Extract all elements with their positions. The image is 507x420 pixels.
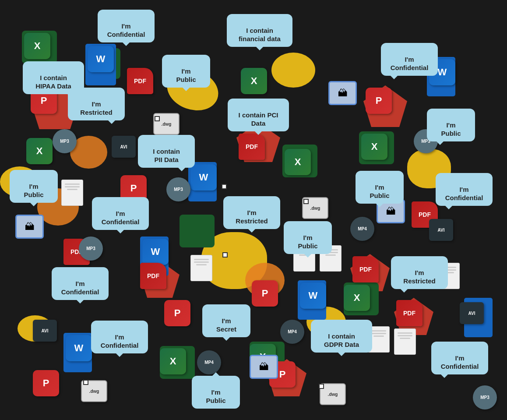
bubble-confidential-5: I'mConfidential	[52, 267, 109, 300]
mp4-icon-1: MP4	[350, 217, 374, 241]
excel-icon-5: X	[361, 134, 387, 160]
bubble-public-3: I'mPublic	[10, 170, 58, 203]
blob-yellow-2	[271, 53, 315, 88]
avi-icon-4: AVI	[460, 302, 484, 324]
bubble-confidential-2: I'mConfidential	[381, 43, 438, 76]
bubble-confidential-6: I'mConfidential	[91, 321, 148, 353]
bubble-public-2: I'mPublic	[427, 109, 475, 141]
pdf-icon-7: PDF	[396, 300, 422, 326]
excel-icon-2: X	[26, 138, 53, 164]
mp3-icon-2: MP3	[79, 236, 103, 261]
ppt-icon-4: P	[164, 300, 190, 326]
mp3-icon-5: MP3	[473, 385, 497, 409]
doc-icon-7	[190, 255, 212, 281]
bubble-public-4: I'mPublic	[356, 171, 404, 204]
avi-icon-1: AVI	[112, 136, 136, 158]
crosshair-3	[303, 199, 309, 204]
ppt-icon-3: P	[366, 88, 392, 114]
bubble-confidential-7: I'mConfidential	[431, 342, 488, 374]
bubble-restricted-1: I'mRestricted	[68, 88, 125, 120]
pdf-icon-6: PDF	[352, 256, 379, 282]
crosshair-2	[222, 184, 227, 189]
bubble-gdpr: I containGDPR Data	[311, 320, 372, 353]
bubble-public-5: I'mPublic	[284, 221, 332, 254]
word-icon-5: W	[66, 335, 92, 361]
image-icon-2	[328, 81, 357, 105]
bubble-public-1: I'mPublic	[162, 55, 210, 88]
ppt-icon-5: P	[252, 280, 278, 307]
mp3-icon-1: MP3	[53, 129, 77, 153]
word-icon-3: W	[142, 239, 169, 265]
avi-icon-2: AVI	[429, 219, 453, 241]
image-icon-1	[15, 215, 44, 239]
bubble-pci: I contain PCIData	[228, 99, 289, 131]
bubble-public-6: I'mPublic	[192, 376, 240, 409]
avi-icon-3: AVI	[33, 320, 57, 342]
main-canvas: X X X X X X X X W W W W W W P P P P P P …	[0, 0, 507, 420]
mp4-icon-2: MP4	[280, 320, 304, 344]
bubble-restricted-3: I'mRestricted	[391, 256, 448, 289]
doc-icon-6	[394, 328, 416, 355]
ppt-icon-6: P	[33, 370, 59, 396]
word-icon-4: W	[300, 282, 326, 309]
excel-icon-7: X	[160, 348, 186, 374]
image-icon-4	[250, 355, 278, 379]
bubble-confidential-3: I'mConfidential	[92, 197, 149, 230]
mp3-icon-3: MP3	[166, 177, 190, 201]
crosshair-6	[319, 384, 324, 389]
bubble-confidential-1: I'mConfidential	[98, 10, 155, 42]
excel-icon-6: X	[344, 285, 370, 311]
excel-icon-3: X	[241, 68, 267, 94]
bubble-financial: I containfinancial data	[227, 14, 292, 47]
doc-icon-1	[61, 180, 83, 206]
pdf-icon-1: PDF	[127, 68, 153, 94]
bubble-secret: I'mSecret	[202, 304, 250, 337]
crosshair-4	[222, 252, 228, 258]
bubble-restricted-2: I'mRestricted	[223, 196, 280, 229]
excel-icon-4: X	[285, 149, 311, 175]
bubble-confidential-4: I'mConfidential	[436, 173, 493, 206]
excel-icon-1: X	[24, 33, 50, 59]
bubble-pii: I containPII Data	[138, 135, 195, 168]
word-icon-2: W	[190, 164, 217, 191]
crosshair-5	[83, 380, 88, 385]
crosshair-1	[155, 116, 160, 121]
pdf-icon-4: PDF	[140, 263, 166, 289]
word-icon-1: W	[88, 46, 114, 72]
shape-green-5	[180, 215, 215, 247]
